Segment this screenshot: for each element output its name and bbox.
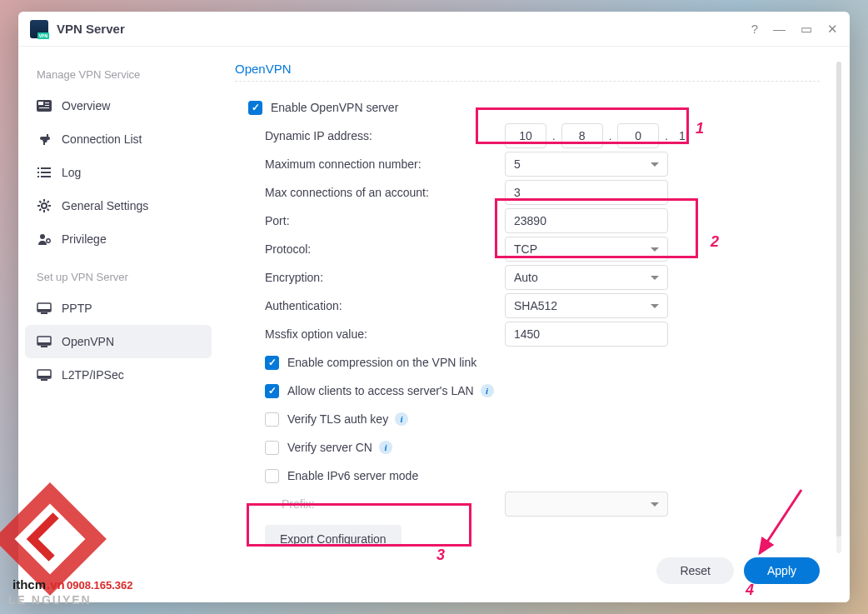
enable-checkbox[interactable] [248,101,262,115]
app-window: VPN Server ? — ▭ ✕ Manage VPN Service Ov… [18,12,850,602]
svg-rect-2 [45,102,49,103]
svg-rect-1 [38,102,43,105]
ip-dot: . [606,130,615,142]
compress-checkbox[interactable] [265,356,279,370]
form-panel: OpenVPN Enable OpenVPN server Dynamic IP… [218,57,843,547]
reset-button[interactable]: Reset [656,557,734,584]
ipv6-label: Enable IPv6 server mode [287,469,418,482]
lan-label: Allow clients to access server's LAN [287,384,474,397]
mssfix-input[interactable] [505,322,668,347]
privilege-icon [37,232,52,246]
sidebar-item-label: General Settings [62,199,148,212]
sidebar-item-label: PPTP [62,302,92,315]
svg-rect-23 [41,379,47,381]
prefix-select [505,492,668,517]
ip-group: . . . 1 [505,123,691,148]
sidebar-header-setup: Set up VPN Server [25,264,212,292]
svg-rect-6 [37,167,39,169]
sidebar-item-openvpn[interactable]: OpenVPN [25,325,212,358]
svg-rect-8 [37,172,39,173]
plug-icon [37,132,52,146]
sidebar: Manage VPN Service Overview Connection L… [18,47,218,602]
export-button[interactable]: Export Configuration [265,525,402,547]
log-icon [37,166,52,179]
svg-rect-11 [41,176,51,177]
enable-label: Enable OpenVPN server [271,101,398,114]
ip-octet-2[interactable] [561,123,603,148]
sidebar-item-label: Privilege [62,232,107,246]
auth-select[interactable]: SHA512 [505,293,668,318]
info-icon[interactable]: i [395,412,408,426]
app-title: VPN Server [57,22,125,36]
svg-rect-10 [37,176,39,177]
lan-checkbox[interactable] [265,384,279,398]
app-icon [30,20,48,38]
help-icon[interactable]: ? [751,22,758,36]
maxconn-label: Maximum connection number: [265,157,505,171]
svg-rect-17 [41,312,47,314]
svg-rect-20 [41,346,47,347]
overview-icon [37,99,52,112]
svg-rect-9 [41,172,51,173]
svg-point-12 [42,203,47,208]
window-controls: ? — ▭ ✕ [751,22,838,37]
svg-rect-16 [37,309,51,312]
maxconn-select[interactable]: 5 [505,152,668,177]
monitor-icon [37,335,52,348]
port-label: Port: [265,214,505,227]
svg-rect-7 [41,167,51,169]
ip-octet-4: 1 [674,129,691,142]
protocol-label: Protocol: [265,242,505,256]
monitor-icon [37,302,52,315]
content-area: OpenVPN Enable OpenVPN server Dynamic IP… [218,47,850,602]
sidebar-item-overview[interactable]: Overview [25,89,212,122]
svg-point-13 [40,234,45,239]
ip-octet-3[interactable] [617,123,659,148]
tls-checkbox[interactable] [265,412,279,427]
encryption-label: Encryption: [265,271,505,284]
info-icon[interactable]: i [379,441,392,454]
port-input[interactable] [505,208,668,233]
info-icon[interactable]: i [481,384,494,397]
svg-rect-19 [37,342,51,345]
prefix-label: Prefix: [282,497,505,511]
sidebar-item-label: Overview [62,99,110,112]
maxacct-input[interactable] [505,180,668,205]
tls-label: Verify TLS auth key [287,412,388,426]
mssfix-label: Mssfix option value: [265,327,505,341]
protocol-select[interactable]: TCP [505,237,668,262]
footer: Reset Apply [218,547,843,597]
close-icon[interactable]: ✕ [827,22,838,37]
svg-rect-5 [43,142,45,145]
sidebar-item-label: L2TP/IPSec [62,368,124,382]
ip-dot: . [662,130,671,142]
svg-rect-4 [39,107,49,108]
monitor-icon [37,368,52,382]
titlebar: VPN Server ? — ▭ ✕ [18,12,850,47]
auth-label: Authentication: [265,299,505,312]
section-title: OpenVPN [235,62,820,82]
cn-checkbox[interactable] [265,441,279,455]
ip-dot: . [550,130,558,142]
svg-rect-3 [45,105,49,106]
maxacct-label: Max connections of an account: [265,186,505,199]
sidebar-item-l2tp[interactable]: L2TP/IPSec [25,358,212,392]
ip-label: Dynamic IP address: [265,129,505,142]
window-body: Manage VPN Service Overview Connection L… [18,47,850,602]
ip-octet-1[interactable] [505,123,546,148]
encryption-select[interactable]: Auto [505,265,668,290]
sidebar-item-general-settings[interactable]: General Settings [25,189,212,222]
sidebar-item-label: OpenVPN [62,335,114,348]
sidebar-item-pptp[interactable]: PPTP [25,292,212,325]
sidebar-item-log[interactable]: Log [25,156,212,189]
svg-rect-22 [37,376,51,378]
sidebar-item-privilege[interactable]: Privilege [25,222,212,256]
sidebar-item-label: Log [62,166,81,179]
cn-label: Verify server CN [287,441,372,454]
maximize-icon[interactable]: ▭ [801,22,812,37]
apply-button[interactable]: Apply [744,557,820,584]
sidebar-item-connection-list[interactable]: Connection List [25,122,212,156]
minimize-icon[interactable]: — [773,22,786,36]
ipv6-checkbox[interactable] [265,469,279,483]
scrollbar-thumb[interactable] [836,62,841,537]
